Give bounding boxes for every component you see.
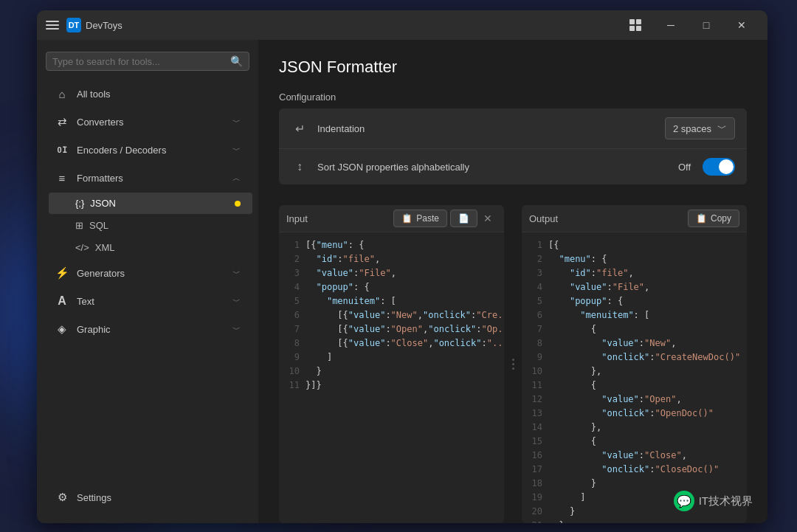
out-line-1: [{ [548, 238, 747, 252]
input-panel-title: Input [286, 213, 390, 224]
sidebar-bottom: ⚙ Settings [37, 477, 258, 517]
sidebar-item-sql[interactable]: ⊞ SQL [49, 215, 252, 236]
file-icon: 📄 [458, 213, 469, 224]
search-icon[interactable]: 🔍 [230, 55, 243, 67]
output-panel: Output 📋 Copy 1 2 3 4 [522, 205, 747, 523]
output-code-area[interactable]: 1 2 3 4 5 6 7 8 9 10 11 [522, 232, 747, 523]
out-line-18: } [548, 477, 747, 491]
config-section: Configuration ↵ Indentation 2 spaces ﹀ [279, 91, 747, 187]
out-line-6: "menuitem": [ [548, 308, 747, 322]
formatters-icon: ≡ [55, 170, 69, 185]
indentation-icon: ↵ [291, 120, 308, 137]
indentation-control: 2 spaces ﹀ [665, 117, 735, 139]
out-line-4: "value": "File", [548, 280, 747, 294]
clear-input-button[interactable]: ✕ [479, 210, 497, 227]
input-panel-header: Input 📋 Paste 📄 ✕ [279, 205, 504, 232]
config-card: ↵ Indentation 2 spaces ﹀ ↕ Sort JSON pro… [279, 108, 747, 184]
input-line-10: } [306, 365, 504, 379]
titlebar: DT DevToys ─ □ ✕ [37, 10, 767, 40]
sort-toggle[interactable] [703, 158, 735, 176]
out-line-16: "value": "Close", [548, 449, 747, 463]
graphic-label: Graphic [77, 324, 232, 335]
input-line-4: "popup": { [306, 280, 504, 294]
panel-drag-handle[interactable] [510, 205, 516, 523]
out-line-15: { [548, 435, 747, 449]
active-indicator [235, 201, 241, 207]
sidebar-item-graphic[interactable]: ◈ Graphic ﹀ [43, 316, 252, 342]
line-num-6: 6 [279, 308, 300, 322]
text-chevron: ﹀ [232, 296, 241, 307]
snap-button[interactable] [618, 13, 652, 37]
drag-dots [512, 359, 514, 370]
input-line-5: "menuitem": [ [306, 294, 504, 308]
input-line-11: }]} [306, 379, 504, 393]
sort-row: ↕ Sort JSON properties alphabetically Of… [279, 149, 747, 184]
search-box[interactable]: 🔍 [46, 52, 249, 71]
hamburger-menu-icon[interactable] [46, 18, 59, 32]
sidebar-item-all-tools[interactable]: ⌂ All tools [43, 80, 252, 107]
sidebar-item-settings[interactable]: ⚙ Settings [43, 484, 252, 511]
output-panel-header: Output 📋 Copy [522, 205, 747, 232]
formatters-label: Formatters [77, 173, 232, 184]
app-title: DevToys [86, 20, 618, 31]
dropdown-chevron-icon: ﹀ [717, 122, 727, 135]
input-code-area[interactable]: 1 2 3 4 5 6 7 8 9 10 11 [279, 232, 504, 523]
xml-icon: </> [75, 242, 89, 253]
line-num-2: 2 [279, 252, 300, 266]
graphic-icon: ◈ [55, 322, 69, 336]
close-button[interactable]: ✕ [725, 13, 759, 37]
out-line-7: { [548, 322, 747, 336]
all-tools-label: All tools [77, 89, 241, 100]
formatters-chevron: ︿ [232, 173, 241, 184]
out-line-10: }, [548, 365, 747, 379]
json-icon: {;} [75, 198, 84, 209]
line-num-9: 9 [279, 350, 300, 365]
sidebar-item-formatters[interactable]: ≡ Formatters ︿ [43, 165, 252, 191]
toggle-knob [719, 159, 734, 174]
minimize-button[interactable]: ─ [654, 13, 688, 37]
open-file-button[interactable]: 📄 [450, 210, 477, 227]
input-code-content: [{"menu": { "id": "file", "value": "File… [306, 238, 504, 517]
input-line-6: [{"value": "New", "onclick": "Cre... [306, 308, 504, 322]
paste-icon: 📋 [401, 213, 413, 224]
out-line-9: "onclick": "CreateNewDoc()" [548, 350, 747, 365]
paste-button[interactable]: 📋 Paste [393, 210, 447, 227]
page-title: JSON Formatter [279, 58, 747, 77]
sidebar-item-converters[interactable]: ⇄ Converters ﹀ [43, 108, 252, 135]
input-code-lines: 1 2 3 4 5 6 7 8 9 10 11 [279, 238, 504, 517]
line-num-8: 8 [279, 336, 300, 350]
sort-label: Sort JSON properties alphabetically [317, 162, 678, 173]
sql-icon: ⊞ [75, 220, 83, 231]
config-label: Configuration [279, 91, 747, 103]
out-line-21: } [548, 519, 747, 523]
out-line-20: } [548, 505, 747, 519]
maximize-button[interactable]: □ [689, 13, 723, 37]
xml-label: XML [95, 242, 115, 253]
sidebar-item-generators[interactable]: ⚡ Generators ﹀ [43, 260, 252, 286]
sidebar-item-text[interactable]: A Text ﹀ [43, 288, 252, 314]
input-line-numbers: 1 2 3 4 5 6 7 8 9 10 11 [279, 238, 306, 517]
out-line-13: "onclick": "OpenDoc()" [548, 407, 747, 421]
sidebar: 🔍 ⌂ All tools ⇄ Converters ﹀ 01̈ Encoder… [37, 40, 258, 523]
sidebar-item-json[interactable]: {;} JSON [49, 193, 252, 214]
generators-chevron: ﹀ [232, 268, 241, 279]
copy-button[interactable]: 📋 Copy [688, 210, 739, 227]
search-input[interactable] [52, 56, 230, 67]
io-panels: Input 📋 Paste 📄 ✕ 1 [279, 205, 747, 523]
sidebar-item-xml[interactable]: </> XML [49, 237, 252, 258]
line-num-4: 4 [279, 280, 300, 294]
output-line-numbers: 1 2 3 4 5 6 7 8 9 10 11 [522, 238, 548, 523]
paste-label: Paste [416, 213, 439, 224]
out-line-19: ] [548, 491, 747, 505]
input-line-8: [{"value": "Close", "onclick": "... [306, 336, 504, 350]
generators-icon: ⚡ [55, 266, 69, 280]
app-window: DT DevToys ─ □ ✕ 🔍 ⌂ All tools [37, 10, 767, 523]
sidebar-item-encoders[interactable]: 01̈ Encoders / Decoders ﹀ [43, 137, 252, 163]
indentation-dropdown[interactable]: 2 spaces ﹀ [665, 117, 735, 139]
copy-label: Copy [711, 213, 731, 224]
window-controls: ─ □ ✕ [618, 13, 759, 37]
line-num-1: 1 [279, 238, 300, 252]
text-label: Text [77, 296, 232, 307]
line-num-10: 10 [279, 365, 300, 379]
converters-icon: ⇄ [55, 114, 69, 129]
